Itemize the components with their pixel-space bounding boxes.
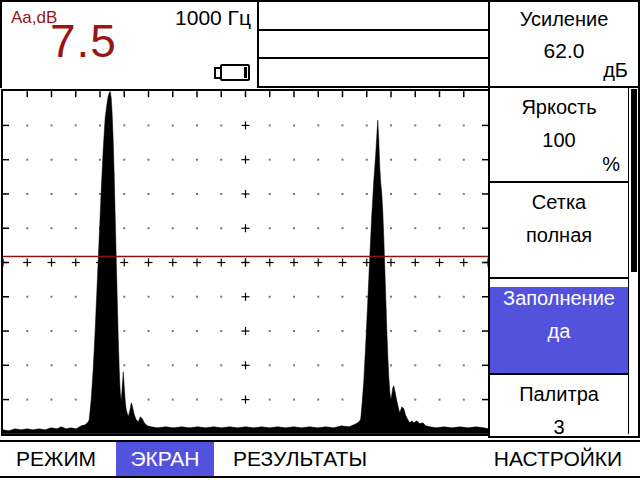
- battery-body: [220, 64, 250, 81]
- menu-item-results[interactable]: РЕЗУЛЬТАТЫ: [213, 442, 387, 476]
- gain-unit: дБ: [603, 59, 628, 82]
- menu-item-mode[interactable]: РЕЖИМ: [0, 442, 112, 476]
- battery-charge-bar: [244, 67, 247, 78]
- ascan-display: [1, 89, 490, 436]
- ascan-waveform: [3, 91, 488, 434]
- settings-sidebar: Яркость 100 % Сетка полная Заполнение да…: [488, 88, 640, 438]
- sidebar-item-fill[interactable]: Заполнение да: [490, 287, 638, 375]
- palette-value: 3: [490, 416, 628, 439]
- measurement-panel: Aa,dB 7.5 1000 Гц: [0, 0, 257, 88]
- palette-label: Палитра: [490, 383, 628, 406]
- gain-label: Усиление: [490, 8, 638, 31]
- measurement-value: 7.5: [50, 14, 117, 68]
- fill-label: Заполнение: [490, 287, 628, 310]
- menu-item-screen[interactable]: ЭКРАН: [116, 442, 214, 476]
- result-slot-2: [257, 29, 490, 60]
- flaw-detector-screen: Aa,dB 7.5 1000 Гц Усиление 62.0 дБ Яркос…: [0, 0, 640, 480]
- scrollbar-thumb[interactable]: [631, 89, 637, 272]
- grid-value: полная: [490, 224, 628, 247]
- fill-value: да: [490, 320, 628, 343]
- main-menu: РЕЖИМ ЭКРАН РЕЗУЛЬТАТЫ НАСТРОЙКИ: [0, 440, 640, 478]
- brightness-label: Яркость: [490, 96, 628, 119]
- menu-item-settings[interactable]: НАСТРОЙКИ: [478, 442, 638, 476]
- brightness-value: 100: [490, 129, 628, 152]
- battery-icon: [214, 64, 250, 81]
- result-slots: [257, 0, 490, 88]
- grid-label: Сетка: [490, 191, 628, 214]
- gain-panel[interactable]: Усиление 62.0 дБ: [488, 0, 640, 88]
- sidebar-item-grid[interactable]: Сетка полная: [490, 191, 638, 279]
- sidebar-scrollbar[interactable]: [628, 88, 638, 434]
- result-slot-1: [257, 0, 490, 31]
- result-slot-3: [257, 57, 490, 88]
- sidebar-item-brightness[interactable]: Яркость 100 %: [490, 96, 638, 183]
- brightness-unit: %: [602, 153, 620, 176]
- frequency-readout: 1000 Гц: [175, 6, 251, 30]
